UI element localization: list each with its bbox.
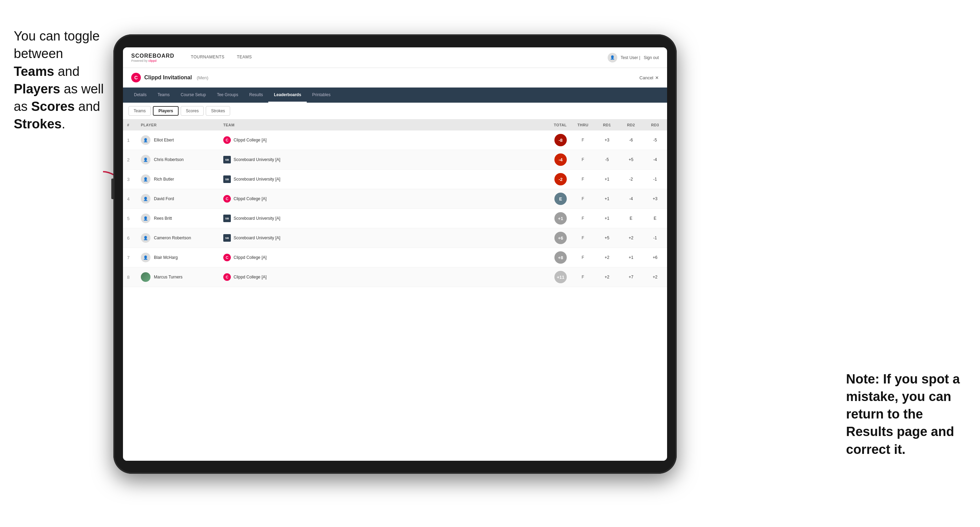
player-team-cell: CClippd College [A]: [219, 248, 540, 267]
player-rd1-cell: +2: [595, 248, 619, 267]
player-name: David Ford: [154, 196, 174, 201]
player-name-cell: 👤Chris Robertson: [137, 150, 219, 170]
total-score-badge: -8: [554, 134, 567, 146]
players-bold: Players: [14, 82, 60, 96]
player-total-cell: +8: [540, 248, 571, 267]
close-icon: ✕: [655, 75, 659, 80]
team-name: Clippd College [A]: [234, 138, 267, 143]
player-rank: 2: [123, 150, 137, 170]
player-rd2-cell: +2: [619, 228, 643, 248]
player-rd1-cell: +1: [595, 170, 619, 189]
player-avatar: 👤: [141, 253, 150, 262]
player-team-cell: SBScoreboard University [A]: [219, 150, 540, 170]
col-rd3: RD3: [643, 119, 667, 130]
player-total-cell: E: [540, 189, 571, 209]
teams-bold: Teams: [14, 64, 54, 79]
team-logo-scoreboard: SB: [223, 175, 231, 183]
toggle-row: Teams Players Scores Strokes: [123, 103, 667, 119]
player-rd3-cell: E: [643, 209, 667, 228]
player-rd3-cell: +2: [643, 267, 667, 287]
total-score-badge: E: [554, 193, 567, 205]
left-annotation: You can toggle between Teams and Players…: [14, 27, 107, 133]
total-score-badge: +6: [554, 232, 567, 244]
player-avatar: 👤: [141, 214, 150, 223]
team-name: Scoreboard University [A]: [234, 177, 280, 182]
player-name: Rich Butler: [154, 177, 174, 182]
player-total-cell: +1: [540, 209, 571, 228]
top-navigation: SCOREBOARD Powered by clippd TOURNAMENTS…: [123, 48, 667, 68]
player-rd2-cell: E: [619, 209, 643, 228]
player-name-cell: 👤Rees Britt: [137, 209, 219, 228]
leaderboard-table-container: # PLAYER TEAM TOTAL THRU RD1 RD2 RD3 1👤E…: [123, 119, 667, 461]
toggle-strokes-button[interactable]: Strokes: [206, 106, 230, 116]
leaderboard-table: # PLAYER TEAM TOTAL THRU RD1 RD2 RD3 1👤E…: [123, 119, 667, 287]
col-total: TOTAL: [540, 119, 571, 130]
toggle-scores-button[interactable]: Scores: [181, 106, 204, 116]
player-avatar: 👤: [141, 155, 150, 165]
tab-leaderboards[interactable]: Leaderboards: [268, 87, 306, 103]
team-logo-clippd: C: [223, 195, 231, 203]
player-rd1-cell: +2: [595, 267, 619, 287]
player-name: Rees Britt: [154, 216, 172, 221]
sign-out-link[interactable]: Sign out: [644, 55, 659, 60]
player-rd2-cell: -6: [619, 130, 643, 150]
tab-teams[interactable]: Teams: [152, 87, 175, 103]
nav-user-area: 👤 Test User | Sign out: [608, 53, 659, 62]
strokes-bold: Strokes: [14, 117, 62, 131]
player-name: Blair McHarg: [154, 255, 178, 260]
player-team-cell: SBScoreboard University [A]: [219, 228, 540, 248]
app-container: SCOREBOARD Powered by clippd TOURNAMENTS…: [123, 48, 667, 461]
player-name-cell: 👤Elliot Ebert: [137, 130, 219, 150]
tablet-screen: SCOREBOARD Powered by clippd TOURNAMENTS…: [123, 48, 667, 461]
col-rd2: RD2: [619, 119, 643, 130]
tournament-name: Clippd Invitational: [144, 75, 192, 81]
table-row: 2👤Chris RobertsonSBScoreboard University…: [123, 150, 667, 170]
table-row: 1👤Elliot EbertCClippd College [A]-8F+3-6…: [123, 130, 667, 150]
player-avatar: 👤: [141, 194, 150, 203]
sub-navigation: Details Teams Course Setup Tee Groups Re…: [123, 87, 667, 103]
player-thru-cell: F: [571, 170, 595, 189]
player-total-cell: -4: [540, 150, 571, 170]
nav-tournaments[interactable]: TOURNAMENTS: [185, 48, 231, 68]
nav-teams[interactable]: TEAMS: [231, 48, 258, 68]
player-team-cell: CClippd College [A]: [219, 130, 540, 150]
player-thru-cell: F: [571, 209, 595, 228]
player-rank: 6: [123, 228, 137, 248]
player-rd1-cell: +3: [595, 130, 619, 150]
player-name-cell: 👤David Ford: [137, 189, 219, 209]
player-rank: 3: [123, 170, 137, 189]
col-thru: THRU: [571, 119, 595, 130]
team-name: Clippd College [A]: [234, 275, 267, 279]
user-avatar: 👤: [608, 53, 617, 62]
player-thru-cell: F: [571, 228, 595, 248]
team-logo-clippd: C: [223, 254, 231, 261]
player-name-cell: 👤Cameron Robertson: [137, 228, 219, 248]
total-score-badge: +11: [554, 271, 567, 283]
player-rd1-cell: +1: [595, 209, 619, 228]
team-logo-scoreboard: SB: [223, 156, 231, 163]
player-rd1-cell: +1: [595, 189, 619, 209]
player-rank: 8: [123, 267, 137, 287]
tab-details[interactable]: Details: [129, 87, 152, 103]
cancel-button[interactable]: Cancel ✕: [640, 75, 659, 80]
tab-results[interactable]: Results: [243, 87, 268, 103]
player-rd3-cell: +3: [643, 189, 667, 209]
tab-course-setup[interactable]: Course Setup: [175, 87, 211, 103]
toggle-players-button[interactable]: Players: [153, 106, 179, 116]
table-row: 5👤Rees BrittSBScoreboard University [A]+…: [123, 209, 667, 228]
tab-tee-groups[interactable]: Tee Groups: [211, 87, 243, 103]
player-rank: 5: [123, 209, 137, 228]
scores-bold: Scores: [31, 99, 75, 114]
team-name: Scoreboard University [A]: [234, 216, 280, 221]
player-name: Marcus Turners: [154, 275, 182, 279]
table-row: 8Marcus TurnersCClippd College [A]+11F+2…: [123, 267, 667, 287]
player-name-cell: Marcus Turners: [137, 267, 219, 287]
team-name: Clippd College [A]: [234, 255, 267, 260]
player-name-cell: 👤Rich Butler: [137, 170, 219, 189]
player-thru-cell: F: [571, 189, 595, 209]
tablet-device: SCOREBOARD Powered by clippd TOURNAMENTS…: [113, 34, 677, 474]
team-name: Scoreboard University [A]: [234, 235, 280, 240]
tab-printables[interactable]: Printables: [307, 87, 336, 103]
toggle-teams-button[interactable]: Teams: [129, 106, 151, 116]
team-logo-scoreboard: SB: [223, 234, 231, 242]
